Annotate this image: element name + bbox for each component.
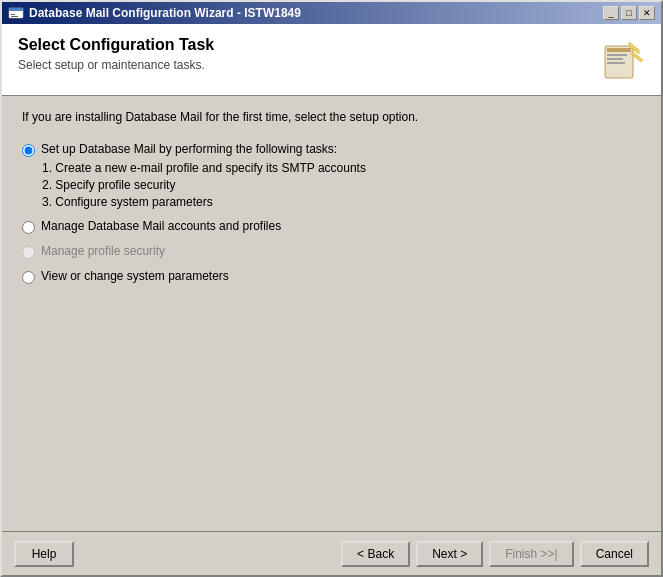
- title-bar: Database Mail Configuration Wizard - IST…: [2, 2, 661, 24]
- title-buttons: _ □ ✕: [603, 6, 655, 20]
- content-area: If you are installing Database Mail for …: [2, 96, 661, 531]
- finish-button[interactable]: Finish >>|: [489, 541, 573, 567]
- option-3-item: Manage profile security: [22, 244, 641, 259]
- option-4-label: View or change system parameters: [41, 269, 229, 283]
- svg-rect-2: [11, 14, 15, 15]
- title-bar-left: Database Mail Configuration Wizard - IST…: [8, 5, 301, 21]
- svg-rect-1: [9, 8, 23, 11]
- option-3-radio: [22, 246, 35, 259]
- option-1-label: Set up Database Mail by performing the f…: [41, 142, 337, 156]
- window-icon: [8, 5, 24, 21]
- svg-rect-6: [607, 54, 627, 56]
- footer-left: Help: [14, 541, 74, 567]
- page-title: Select Configuration Task: [18, 36, 597, 54]
- option-3-label: Manage profile security: [41, 244, 165, 258]
- option-1-subitems: 1. Create a new e-mail profile and speci…: [42, 161, 641, 209]
- intro-text: If you are installing Database Mail for …: [22, 110, 641, 124]
- svg-rect-5: [607, 48, 631, 52]
- header-icon: [597, 36, 645, 84]
- header-text: Select Configuration Task Select setup o…: [18, 36, 597, 72]
- wizard-window: Database Mail Configuration Wizard - IST…: [0, 0, 663, 577]
- subitem-1: 1. Create a new e-mail profile and speci…: [42, 161, 641, 175]
- subitem-2: 2. Specify profile security: [42, 178, 641, 192]
- option-4-radio[interactable]: [22, 271, 35, 284]
- svg-rect-3: [11, 16, 18, 17]
- header-section: Select Configuration Task Select setup o…: [2, 24, 661, 96]
- svg-rect-8: [607, 62, 625, 64]
- svg-rect-7: [607, 58, 623, 60]
- radio-group: Set up Database Mail by performing the f…: [22, 142, 641, 284]
- close-button[interactable]: ✕: [639, 6, 655, 20]
- back-button[interactable]: < Back: [341, 541, 410, 567]
- window-title: Database Mail Configuration Wizard - IST…: [29, 6, 301, 20]
- option-1-container: Set up Database Mail by performing the f…: [22, 142, 641, 209]
- minimize-button[interactable]: _: [603, 6, 619, 20]
- maximize-button[interactable]: □: [621, 6, 637, 20]
- option-1-radio[interactable]: [22, 144, 35, 157]
- option-2-item: Manage Database Mail accounts and profil…: [22, 219, 641, 234]
- footer: Help < Back Next > Finish >>| Cancel: [2, 531, 661, 575]
- option-4-item: View or change system parameters: [22, 269, 641, 284]
- cancel-button[interactable]: Cancel: [580, 541, 649, 567]
- option-2-radio[interactable]: [22, 221, 35, 234]
- option-1-item: Set up Database Mail by performing the f…: [22, 142, 641, 157]
- subitem-3: 3. Configure system parameters: [42, 195, 641, 209]
- help-button[interactable]: Help: [14, 541, 74, 567]
- footer-right: < Back Next > Finish >>| Cancel: [341, 541, 649, 567]
- next-button[interactable]: Next >: [416, 541, 483, 567]
- page-subtitle: Select setup or maintenance tasks.: [18, 58, 597, 72]
- option-2-label: Manage Database Mail accounts and profil…: [41, 219, 281, 233]
